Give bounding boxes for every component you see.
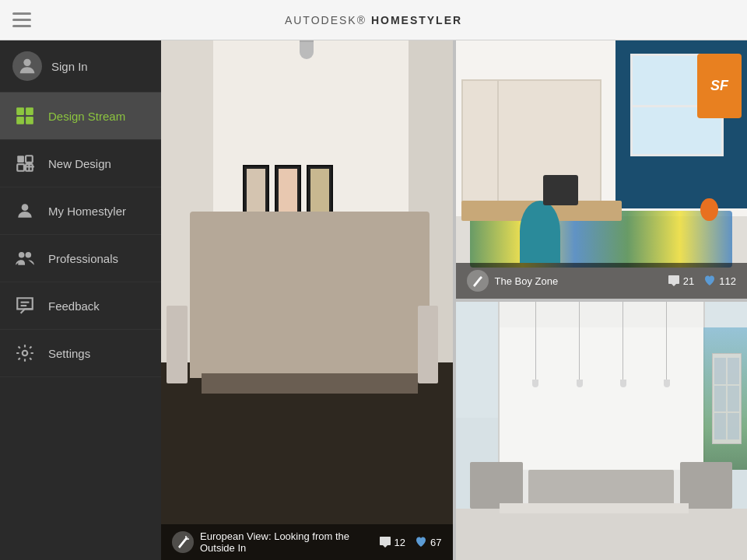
svg-rect-6 — [26, 156, 33, 163]
sidebar-item-settings[interactable]: Settings — [0, 330, 161, 377]
settings-label: Settings — [48, 347, 90, 360]
sidebar-item-professionals[interactable]: Professionals — [0, 235, 161, 282]
svg-rect-7 — [17, 164, 24, 171]
user-icon — [16, 55, 38, 77]
app-name: HOMESTYLER — [371, 14, 462, 26]
svg-rect-4 — [26, 117, 33, 124]
app-title: AUTODESK® HOMESTYLER — [285, 14, 462, 26]
professionals-icon — [12, 246, 37, 271]
comment-icon-2 — [668, 275, 680, 287]
design-card-3[interactable] — [456, 302, 748, 560]
bedroom-scene — [161, 40, 453, 560]
my-homestyler-label: My Homestyler — [48, 205, 126, 218]
sign-in-label: Sign In — [51, 60, 88, 73]
design-card-2-info: The Boy Zone 21 112 — [456, 263, 748, 299]
design-grid: European View: Looking from the Outside … — [161, 40, 747, 560]
modern-scene — [456, 302, 748, 560]
new-design-label: New Design — [48, 157, 111, 170]
comment-icon-1 — [379, 536, 391, 548]
avatar — [12, 51, 42, 81]
design-card-1-info: European View: Looking from the Outside … — [161, 524, 453, 560]
sidebar-item-my-homestyler[interactable]: My Homestyler — [0, 187, 161, 235]
svg-point-13 — [26, 252, 32, 258]
sign-in-item[interactable]: Sign In — [0, 40, 161, 93]
design-stats-1: 12 67 — [379, 536, 442, 548]
sf-giants-logo: SF — [697, 54, 741, 118]
comment-count-2: 21 — [668, 275, 694, 287]
svg-point-16 — [23, 351, 28, 356]
svg-rect-5 — [17, 156, 24, 163]
heart-icon-1 — [415, 536, 427, 548]
heart-icon-2 — [703, 275, 716, 287]
svg-line-19 — [187, 537, 188, 539]
svg-rect-1 — [16, 107, 24, 115]
like-count-2: 112 — [703, 275, 736, 287]
design-stats-2: 21 112 — [668, 275, 736, 287]
my-homestyler-icon — [12, 198, 37, 223]
professionals-label: Professionals — [48, 252, 118, 265]
svg-rect-3 — [16, 117, 24, 124]
sidebar-item-new-design[interactable]: New Design — [0, 140, 161, 187]
svg-point-11 — [22, 204, 29, 211]
grid-icon — [12, 103, 37, 128]
svg-point-0 — [23, 59, 30, 66]
feedback-label: Feedback — [48, 299, 100, 313]
like-count-1: 67 — [415, 536, 441, 548]
sidebar-item-feedback[interactable]: Feedback — [0, 282, 161, 330]
wand-icon — [172, 531, 194, 553]
design-card-1[interactable]: European View: Looking from the Outside … — [161, 40, 453, 560]
new-design-icon — [12, 151, 37, 176]
brand-name: AUTODESK — [285, 14, 357, 26]
menu-button[interactable] — [12, 12, 31, 27]
feedback-icon — [12, 293, 37, 318]
design-title-2: The Boy Zone — [495, 275, 661, 287]
design-title-1: European View: Looking from the Outside … — [200, 530, 373, 554]
design-card-2[interactable]: SF The Boy Zone 21 — [456, 40, 748, 299]
boyzone-scene: SF — [456, 40, 748, 299]
wand-icon-2 — [467, 270, 489, 292]
comment-count-1: 12 — [379, 536, 405, 548]
sidebar-item-design-stream[interactable]: Design Stream — [0, 93, 161, 140]
app-header: AUTODESK® HOMESTYLER — [0, 0, 747, 40]
svg-rect-2 — [26, 107, 33, 115]
design-stream-label: Design Stream — [48, 110, 125, 123]
sidebar: Sign In Design Stream New Design — [0, 40, 161, 560]
svg-point-12 — [19, 252, 25, 258]
settings-icon — [12, 341, 37, 366]
